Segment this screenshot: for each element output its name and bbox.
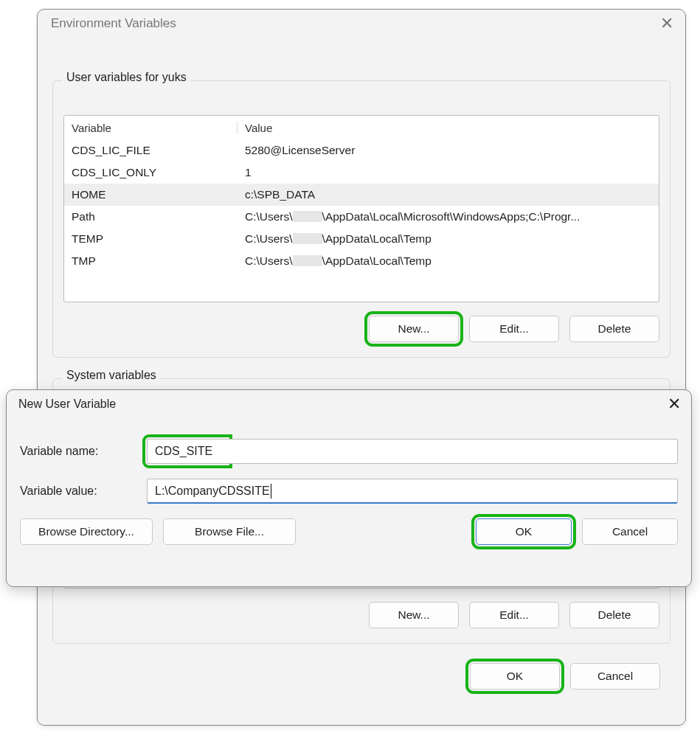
- env-cancel-button[interactable]: Cancel: [570, 663, 660, 690]
- cell-variable: CDS_LIC_ONLY: [64, 166, 238, 179]
- env-title: Environment Variables: [51, 16, 176, 31]
- sys-new-button[interactable]: New...: [369, 602, 459, 628]
- col-header-variable[interactable]: Variable: [64, 122, 238, 134]
- sys-edit-button[interactable]: Edit...: [469, 602, 559, 628]
- cell-value: c:\SPB_DATA: [238, 188, 659, 201]
- variable-name-input-remainder[interactable]: [228, 439, 678, 464]
- system-button-row: New... Edit... Delete: [63, 602, 659, 628]
- cell-variable: Path: [64, 210, 238, 223]
- cell-value: C:\Users\\AppData\Local\Temp: [238, 232, 659, 246]
- cell-variable: TMP: [64, 254, 238, 268]
- table-header: Variable Value: [64, 116, 659, 139]
- new-user-variable-dialog: New User Variable ✕ Variable name: CDS_S…: [6, 389, 692, 587]
- redacted-username: [293, 211, 322, 222]
- table-row[interactable]: HOMEc:\SPB_DATA: [64, 184, 659, 206]
- variable-name-input[interactable]: CDS_SITE: [147, 439, 228, 464]
- redacted-username: [293, 233, 322, 244]
- text-caret: [271, 484, 271, 499]
- dlg-cancel-button[interactable]: Cancel: [582, 518, 678, 545]
- dlg-ok-button[interactable]: OK: [476, 518, 572, 545]
- variable-value-input[interactable]: L:\CompanyCDSSITE: [147, 479, 678, 504]
- table-empty-space: [64, 272, 659, 302]
- user-variables-label: User variables for yuks: [62, 71, 191, 84]
- dlg-body: Variable name: CDS_SITE Variable value: …: [7, 418, 691, 545]
- edit-button[interactable]: Edit...: [469, 316, 559, 342]
- cell-variable: TEMP: [64, 232, 238, 246]
- table-row[interactable]: CDS_LIC_ONLY1: [64, 162, 659, 184]
- table-row[interactable]: TEMPC:\Users\\AppData\Local\Temp: [64, 228, 659, 250]
- system-variables-label: System variables: [62, 369, 161, 382]
- user-button-row: New... Edit... Delete: [63, 316, 659, 342]
- dlg-title: New User Variable: [18, 397, 116, 411]
- user-variables-group: User variables for yuks Variable Value C…: [52, 80, 670, 358]
- dlg-button-row: Browse Directory... Browse File... OK Ca…: [20, 518, 678, 545]
- cell-value: 5280@LicenseServer: [238, 144, 659, 157]
- table-row[interactable]: PathC:\Users\\AppData\Local\Microsoft\Wi…: [64, 206, 659, 228]
- sys-delete-button[interactable]: Delete: [569, 602, 659, 628]
- cell-value: C:\Users\\AppData\Local\Microsoft\Window…: [238, 210, 659, 223]
- dlg-titlebar: New User Variable ✕: [7, 390, 691, 418]
- variable-value-row: Variable value: L:\CompanyCDSSITE: [20, 479, 678, 504]
- cell-value: C:\Users\\AppData\Local\Temp: [238, 254, 659, 268]
- env-ok-button[interactable]: OK: [470, 663, 560, 690]
- redacted-username: [293, 255, 322, 266]
- col-header-value[interactable]: Value: [238, 122, 659, 134]
- env-bottom-button-row: OK Cancel: [38, 663, 660, 690]
- table-row[interactable]: TMPC:\Users\\AppData\Local\Temp: [64, 250, 659, 272]
- browse-file-button[interactable]: Browse File...: [163, 518, 296, 545]
- env-titlebar: Environment Variables ✕: [38, 10, 685, 38]
- variable-name-label: Variable name:: [20, 445, 147, 458]
- delete-button[interactable]: Delete: [569, 316, 659, 342]
- cell-variable: CDS_LIC_FILE: [64, 144, 238, 157]
- table-row[interactable]: CDS_LIC_FILE5280@LicenseServer: [64, 139, 659, 162]
- cell-value: 1: [238, 166, 659, 179]
- variable-name-value: CDS_SITE: [155, 445, 212, 458]
- environment-variables-window: Environment Variables ✕ User variables f…: [37, 9, 686, 726]
- close-icon[interactable]: ✕: [660, 15, 673, 32]
- user-variables-table[interactable]: Variable Value CDS_LIC_FILE5280@LicenseS…: [63, 115, 659, 302]
- variable-value-value: L:\CompanyCDSSITE: [155, 485, 270, 498]
- close-icon[interactable]: ✕: [668, 396, 681, 412]
- variable-name-row: Variable name: CDS_SITE: [20, 439, 678, 464]
- cell-variable: HOME: [64, 188, 238, 201]
- new-button[interactable]: New...: [369, 316, 459, 342]
- variable-value-label: Variable value:: [20, 485, 147, 498]
- browse-directory-button[interactable]: Browse Directory...: [20, 518, 153, 545]
